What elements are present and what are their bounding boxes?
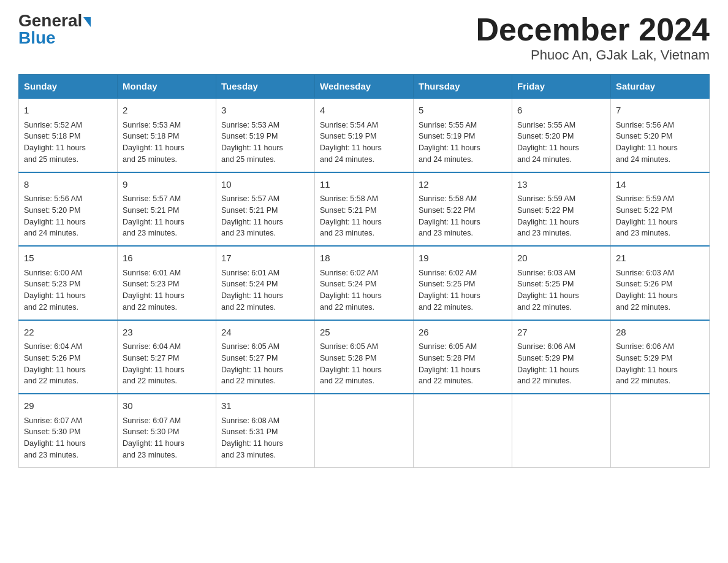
calendar-day-26: 26Sunrise: 6:05 AMSunset: 5:28 PMDayligh…	[414, 320, 512, 394]
day-info: Sunrise: 6:04 AMSunset: 5:27 PMDaylight:…	[123, 341, 211, 387]
day-info: Sunrise: 5:58 AMSunset: 5:21 PMDaylight:…	[320, 193, 408, 239]
day-info: Sunrise: 5:53 AMSunset: 5:19 PMDaylight:…	[221, 120, 309, 166]
day-number: 10	[221, 178, 309, 192]
empty-cell	[414, 394, 512, 467]
calendar-day-14: 14Sunrise: 5:59 AMSunset: 5:22 PMDayligh…	[611, 172, 710, 247]
day-info: Sunrise: 5:56 AMSunset: 5:20 PMDaylight:…	[24, 193, 112, 239]
calendar-day-2: 2Sunrise: 5:53 AMSunset: 5:18 PMDaylight…	[118, 98, 216, 172]
day-number: 18	[320, 251, 408, 266]
calendar-table: SundayMondayTuesdayWednesdayThursdayFrid…	[18, 74, 710, 468]
day-number: 22	[24, 326, 112, 340]
day-info: Sunrise: 6:06 AMSunset: 5:29 PMDaylight:…	[616, 341, 704, 387]
calendar-title: December 2024	[476, 12, 710, 47]
header-day-tuesday: Tuesday	[216, 75, 315, 99]
calendar-week-3: 15Sunrise: 6:00 AMSunset: 5:23 PMDayligh…	[19, 246, 710, 320]
calendar-day-10: 10Sunrise: 5:57 AMSunset: 5:21 PMDayligh…	[216, 172, 315, 247]
calendar-day-19: 19Sunrise: 6:02 AMSunset: 5:25 PMDayligh…	[414, 246, 512, 320]
day-info: Sunrise: 6:05 AMSunset: 5:27 PMDaylight:…	[221, 341, 309, 387]
calendar-day-25: 25Sunrise: 6:05 AMSunset: 5:28 PMDayligh…	[315, 320, 414, 394]
day-info: Sunrise: 5:53 AMSunset: 5:18 PMDaylight:…	[123, 120, 211, 166]
empty-cell	[512, 394, 611, 467]
day-info: Sunrise: 6:00 AMSunset: 5:23 PMDaylight:…	[24, 267, 112, 313]
day-number: 4	[320, 104, 408, 118]
day-number: 29	[24, 399, 112, 413]
day-number: 28	[616, 326, 704, 340]
calendar-day-7: 7Sunrise: 5:56 AMSunset: 5:20 PMDaylight…	[611, 98, 710, 172]
day-number: 13	[517, 178, 605, 192]
header-day-thursday: Thursday	[414, 75, 512, 99]
page-header: General Blue December 2024 Phuoc An, GJa…	[18, 12, 710, 63]
day-number: 3	[221, 104, 309, 118]
day-number: 19	[419, 251, 507, 266]
calendar-day-20: 20Sunrise: 6:03 AMSunset: 5:25 PMDayligh…	[512, 246, 611, 320]
day-number: 14	[616, 178, 704, 192]
logo-general-text: General	[18, 12, 82, 29]
calendar-day-8: 8Sunrise: 5:56 AMSunset: 5:20 PMDaylight…	[19, 172, 118, 247]
day-info: Sunrise: 6:06 AMSunset: 5:29 PMDaylight:…	[517, 341, 605, 387]
day-number: 11	[320, 178, 408, 192]
calendar-day-21: 21Sunrise: 6:03 AMSunset: 5:26 PMDayligh…	[611, 246, 710, 320]
calendar-day-15: 15Sunrise: 6:00 AMSunset: 5:23 PMDayligh…	[19, 246, 118, 320]
day-number: 20	[517, 251, 605, 266]
calendar-body: 1Sunrise: 5:52 AMSunset: 5:18 PMDaylight…	[19, 98, 710, 467]
day-number: 30	[123, 399, 211, 413]
day-info: Sunrise: 5:57 AMSunset: 5:21 PMDaylight:…	[123, 193, 211, 239]
calendar-day-30: 30Sunrise: 6:07 AMSunset: 5:30 PMDayligh…	[118, 394, 216, 467]
calendar-day-13: 13Sunrise: 5:59 AMSunset: 5:22 PMDayligh…	[512, 172, 611, 247]
day-info: Sunrise: 5:59 AMSunset: 5:22 PMDaylight:…	[517, 193, 605, 239]
day-info: Sunrise: 6:07 AMSunset: 5:30 PMDaylight:…	[123, 415, 211, 461]
calendar-day-16: 16Sunrise: 6:01 AMSunset: 5:23 PMDayligh…	[118, 246, 216, 320]
calendar-day-6: 6Sunrise: 5:55 AMSunset: 5:20 PMDaylight…	[512, 98, 611, 172]
header-day-wednesday: Wednesday	[315, 75, 414, 99]
day-number: 27	[517, 326, 605, 340]
day-info: Sunrise: 5:59 AMSunset: 5:22 PMDaylight:…	[616, 193, 704, 239]
day-info: Sunrise: 6:01 AMSunset: 5:23 PMDaylight:…	[123, 267, 211, 313]
calendar-day-28: 28Sunrise: 6:06 AMSunset: 5:29 PMDayligh…	[611, 320, 710, 394]
day-info: Sunrise: 5:56 AMSunset: 5:20 PMDaylight:…	[616, 120, 704, 166]
day-number: 5	[419, 104, 507, 118]
day-number: 2	[123, 104, 211, 118]
day-number: 31	[221, 399, 309, 413]
day-info: Sunrise: 6:04 AMSunset: 5:26 PMDaylight:…	[24, 341, 112, 387]
day-info: Sunrise: 5:55 AMSunset: 5:20 PMDaylight:…	[517, 120, 605, 166]
header-day-saturday: Saturday	[611, 75, 710, 99]
day-info: Sunrise: 5:55 AMSunset: 5:19 PMDaylight:…	[419, 120, 507, 166]
day-info: Sunrise: 6:03 AMSunset: 5:25 PMDaylight:…	[517, 267, 605, 313]
logo: General Blue	[18, 12, 91, 47]
day-info: Sunrise: 6:02 AMSunset: 5:24 PMDaylight:…	[320, 267, 408, 313]
day-info: Sunrise: 6:08 AMSunset: 5:31 PMDaylight:…	[221, 415, 309, 461]
calendar-day-23: 23Sunrise: 6:04 AMSunset: 5:27 PMDayligh…	[118, 320, 216, 394]
calendar-day-3: 3Sunrise: 5:53 AMSunset: 5:19 PMDaylight…	[216, 98, 315, 172]
day-info: Sunrise: 5:57 AMSunset: 5:21 PMDaylight:…	[221, 193, 309, 239]
header-day-friday: Friday	[512, 75, 611, 99]
day-number: 9	[123, 178, 211, 192]
day-number: 21	[616, 251, 704, 266]
day-info: Sunrise: 6:02 AMSunset: 5:25 PMDaylight:…	[419, 267, 507, 313]
day-number: 23	[123, 326, 211, 340]
day-number: 15	[24, 251, 112, 266]
day-number: 25	[320, 326, 408, 340]
day-number: 7	[616, 104, 704, 118]
day-info: Sunrise: 6:07 AMSunset: 5:30 PMDaylight:…	[24, 415, 112, 461]
calendar-subtitle: Phuoc An, GJak Lak, Vietnam	[476, 47, 710, 63]
day-info: Sunrise: 6:05 AMSunset: 5:28 PMDaylight:…	[419, 341, 507, 387]
empty-cell	[315, 394, 414, 467]
calendar-day-4: 4Sunrise: 5:54 AMSunset: 5:19 PMDaylight…	[315, 98, 414, 172]
calendar-day-24: 24Sunrise: 6:05 AMSunset: 5:27 PMDayligh…	[216, 320, 315, 394]
calendar-day-22: 22Sunrise: 6:04 AMSunset: 5:26 PMDayligh…	[19, 320, 118, 394]
day-info: Sunrise: 6:05 AMSunset: 5:28 PMDaylight:…	[320, 341, 408, 387]
calendar-day-9: 9Sunrise: 5:57 AMSunset: 5:21 PMDaylight…	[118, 172, 216, 247]
day-number: 8	[24, 178, 112, 192]
empty-cell	[611, 394, 710, 467]
logo-blue-text: Blue	[18, 29, 56, 47]
day-number: 12	[419, 178, 507, 192]
day-number: 1	[24, 104, 112, 118]
day-number: 24	[221, 326, 309, 340]
day-number: 6	[517, 104, 605, 118]
day-number: 17	[221, 251, 309, 266]
calendar-day-12: 12Sunrise: 5:58 AMSunset: 5:22 PMDayligh…	[414, 172, 512, 247]
calendar-day-5: 5Sunrise: 5:55 AMSunset: 5:19 PMDaylight…	[414, 98, 512, 172]
calendar-day-31: 31Sunrise: 6:08 AMSunset: 5:31 PMDayligh…	[216, 394, 315, 467]
calendar-day-17: 17Sunrise: 6:01 AMSunset: 5:24 PMDayligh…	[216, 246, 315, 320]
header-day-monday: Monday	[118, 75, 216, 99]
